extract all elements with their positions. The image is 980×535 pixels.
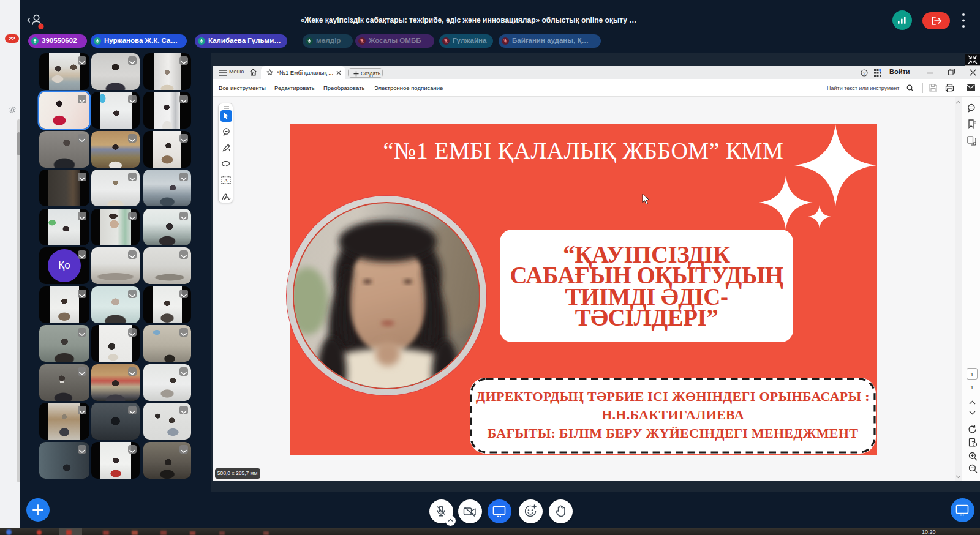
svg-text:A: A [224,178,228,184]
svg-text:?: ? [863,70,865,76]
